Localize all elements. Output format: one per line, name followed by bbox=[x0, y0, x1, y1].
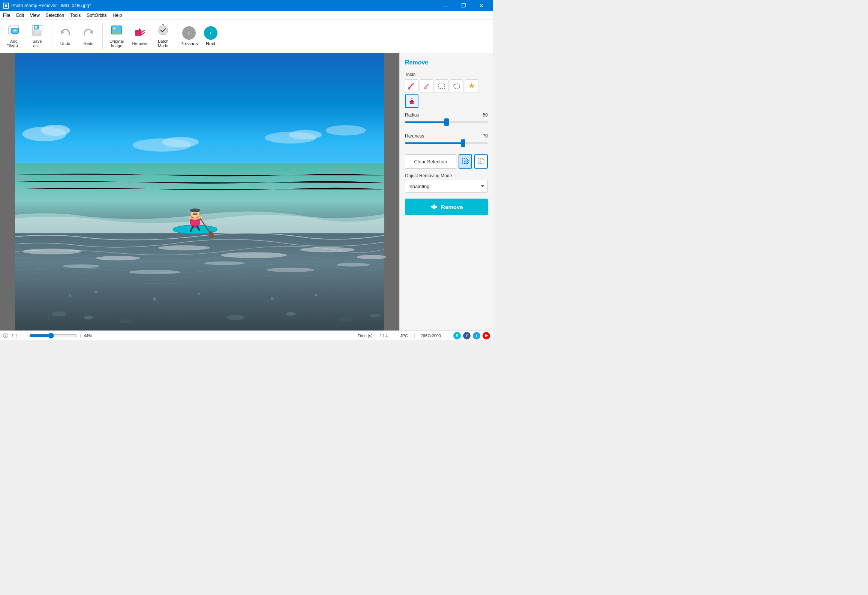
svg-rect-23 bbox=[15, 53, 384, 178]
status-divider-2 bbox=[394, 333, 394, 339]
next-arrow-icon: › bbox=[210, 29, 212, 37]
facebook-icon[interactable]: f bbox=[463, 332, 471, 339]
magic-wand-tool[interactable] bbox=[465, 79, 478, 93]
radius-label: Radius bbox=[405, 112, 419, 118]
original-image-label: Original Image bbox=[109, 39, 124, 48]
svg-rect-16 bbox=[135, 30, 141, 36]
batch-mode-button[interactable]: Batch Mode bbox=[152, 21, 174, 51]
save-as-button[interactable]: Save as... bbox=[26, 21, 48, 51]
undo-button[interactable]: Undo bbox=[54, 21, 76, 51]
mode-dropdown[interactable]: Inpainting Content-Aware Fill Patch Matc… bbox=[405, 180, 488, 193]
svg-point-65 bbox=[69, 294, 72, 297]
status-divider bbox=[21, 333, 21, 339]
panel-title: Remove bbox=[405, 59, 488, 66]
radius-value: 50 bbox=[483, 112, 488, 118]
svg-point-58 bbox=[52, 311, 66, 317]
svg-point-57 bbox=[28, 308, 39, 312]
right-panel: Remove Tools bbox=[399, 53, 493, 330]
svg-marker-17 bbox=[139, 28, 141, 30]
svg-point-70 bbox=[315, 294, 318, 296]
clear-selection-button[interactable]: Clear Selection bbox=[405, 154, 456, 169]
add-files-button[interactable]: Add File(s)... bbox=[3, 21, 25, 51]
svg-point-42 bbox=[267, 268, 314, 272]
selection-mode-btn-2[interactable] bbox=[474, 154, 488, 169]
zoom-minus[interactable]: − bbox=[25, 333, 28, 339]
svg-point-1 bbox=[4, 4, 7, 7]
object-removing-section: Object Removing Mode Inpainting Content-… bbox=[405, 173, 488, 193]
original-image-button[interactable]: Original Image bbox=[106, 21, 127, 51]
previous-button[interactable]: ‹ bbox=[182, 26, 196, 40]
redo-button[interactable]: Redo bbox=[78, 21, 99, 51]
remove-btn-arrow-icon bbox=[430, 203, 438, 211]
image-dimensions: 2667x2000 bbox=[421, 333, 441, 338]
social-icons: S f t ▶ bbox=[453, 332, 490, 339]
lasso-tool[interactable] bbox=[450, 79, 463, 93]
svg-marker-75 bbox=[469, 83, 474, 88]
restore-button[interactable]: ❐ bbox=[455, 0, 472, 11]
hardness-section: Hardness 70 bbox=[405, 133, 488, 150]
eraser-tool[interactable] bbox=[420, 79, 433, 93]
zoom-slider[interactable] bbox=[29, 333, 78, 339]
select-mode-icon: ⬚ bbox=[12, 333, 17, 339]
youtube-icon[interactable]: ▶ bbox=[483, 332, 490, 339]
svg-point-59 bbox=[84, 316, 93, 320]
minimize-button[interactable]: — bbox=[437, 0, 454, 11]
remove-tool-button[interactable]: Remove bbox=[129, 21, 151, 51]
svg-point-39 bbox=[63, 265, 99, 268]
hardness-value: 70 bbox=[483, 133, 488, 139]
toolbar: Add File(s)... Save as... Undo bbox=[0, 19, 493, 53]
tools-section: Tools bbox=[405, 72, 488, 108]
svg-point-38 bbox=[357, 255, 386, 259]
svg-point-52 bbox=[195, 213, 198, 215]
menu-help[interactable]: Help bbox=[110, 11, 125, 19]
svg-marker-22 bbox=[162, 24, 164, 26]
zoom-percent: 44% bbox=[84, 333, 92, 338]
svg-rect-50 bbox=[190, 210, 200, 211]
title-bar: Photo Stamp Remover - IMG_0486.jpg* — ❐ … bbox=[0, 0, 493, 11]
brush-tool[interactable] bbox=[405, 79, 418, 93]
selection-mode-btn-1[interactable] bbox=[459, 154, 472, 169]
radius-section: Radius 50 bbox=[405, 112, 488, 129]
menu-edit[interactable]: Edit bbox=[13, 11, 27, 19]
redo-icon bbox=[82, 27, 94, 40]
close-button[interactable]: ✕ bbox=[473, 0, 490, 11]
undo-label: Undo bbox=[60, 41, 70, 46]
next-button[interactable]: › bbox=[204, 26, 217, 40]
canvas-area[interactable] bbox=[0, 53, 399, 330]
svg-point-36 bbox=[221, 252, 287, 258]
menu-tools[interactable]: Tools bbox=[67, 11, 84, 19]
image-format: JPG bbox=[400, 333, 408, 338]
svg-rect-9 bbox=[33, 31, 41, 34]
remove-button[interactable]: Remove bbox=[405, 199, 488, 215]
batch-mode-label: Batch Mode bbox=[158, 39, 168, 48]
hardness-slider-thumb[interactable] bbox=[461, 139, 465, 147]
zoom-plus[interactable]: + bbox=[79, 333, 82, 339]
stamp-tool[interactable] bbox=[405, 94, 418, 108]
batch-mode-icon bbox=[157, 24, 169, 38]
svg-point-69 bbox=[271, 297, 274, 300]
menu-file[interactable]: File bbox=[0, 11, 13, 19]
time-value: 11.4 bbox=[380, 333, 388, 338]
app-icon bbox=[3, 3, 9, 9]
svg-point-34 bbox=[96, 256, 140, 260]
radius-slider-thumb[interactable] bbox=[444, 118, 449, 126]
main-area: Remove Tools bbox=[0, 53, 493, 330]
status-divider-4 bbox=[447, 333, 447, 339]
undo-icon bbox=[59, 27, 71, 40]
image-canvas[interactable] bbox=[0, 53, 399, 330]
app-title: Photo Stamp Remover - IMG_0486.jpg* bbox=[11, 3, 91, 8]
softorbits-icon[interactable]: S bbox=[453, 332, 461, 339]
menu-softorbits[interactable]: SoftOrbits bbox=[84, 11, 109, 19]
rect-select-tool[interactable] bbox=[435, 79, 448, 93]
menu-selection[interactable]: Selection bbox=[43, 11, 67, 19]
menu-view[interactable]: View bbox=[27, 11, 43, 19]
svg-point-29 bbox=[289, 130, 322, 139]
svg-rect-76 bbox=[410, 101, 414, 104]
svg-point-25 bbox=[41, 125, 70, 136]
toolbar-sep-1 bbox=[51, 23, 51, 49]
svg-rect-81 bbox=[465, 160, 468, 164]
add-files-icon bbox=[8, 24, 20, 38]
svg-rect-83 bbox=[480, 160, 484, 164]
twitter-icon[interactable]: t bbox=[473, 332, 480, 339]
svg-point-79 bbox=[411, 98, 412, 99]
